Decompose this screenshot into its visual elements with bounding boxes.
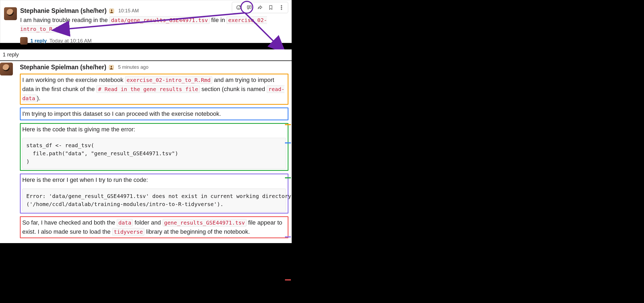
inline-code: tidyverse xyxy=(112,228,144,236)
annotation-box-purple: Here is the error I get when I try to ru… xyxy=(20,174,288,213)
annotation-box-red: So far, I have checked and both the data… xyxy=(20,216,288,238)
svg-point-15 xyxy=(111,66,112,67)
code-block: stats_df <- read_tsv( file.path("data", … xyxy=(22,138,286,169)
avatar[interactable] xyxy=(0,63,13,75)
side-tick xyxy=(285,177,291,178)
annotation-box-blue: I'm trying to import this dataset so I c… xyxy=(20,107,288,120)
annotation-box-orange: I am working on the exercise notebook ex… xyxy=(20,74,288,105)
annotation-box-green: Here is the code that is giving me the e… xyxy=(20,123,288,171)
side-tick xyxy=(285,142,291,143)
profile-badge-icon xyxy=(109,8,115,14)
thread-message: Stephanie Spielman (she/her) 5 minutes a… xyxy=(0,61,292,243)
message-text: I am having trouble reading in the data/… xyxy=(20,16,286,33)
svg-point-11 xyxy=(111,9,112,11)
last-reply-time: Today at 10:16 AM xyxy=(49,38,92,44)
side-tick xyxy=(285,279,291,280)
side-tick xyxy=(285,124,291,125)
message: Stephanie Spielman (she/her) 10:15 AM I … xyxy=(4,7,286,45)
inline-code: data xyxy=(117,219,133,226)
thread-panel: 1 reply Stephanie Spielman (she/her) 5 m… xyxy=(0,49,292,243)
author-name[interactable]: Stephanie Spielman (she/her) xyxy=(20,64,106,71)
inline-code: data/gene_results_GSE44971.tsv xyxy=(109,16,210,24)
timestamp[interactable]: 5 minutes ago xyxy=(118,64,148,70)
slack-message-panel: Stephanie Spielman (she/her) 10:15 AM I … xyxy=(0,0,292,43)
inline-code: gene_results_GSE44971.tsv xyxy=(163,219,247,226)
author-name[interactable]: Stephanie Spielman (she/her) xyxy=(20,7,107,15)
thread-header: 1 reply xyxy=(0,49,292,61)
thread-reply-summary[interactable]: 1 reply Today at 10:16 AM xyxy=(20,37,286,45)
profile-badge-icon xyxy=(108,64,114,70)
avatar[interactable] xyxy=(4,7,17,20)
reply-count-link[interactable]: 1 reply xyxy=(30,38,47,44)
timestamp[interactable]: 10:15 AM xyxy=(118,8,139,14)
svg-point-7 xyxy=(281,5,282,6)
mini-avatar xyxy=(20,37,28,45)
code-block: Error: 'data/gene_result_GSE44971.tsv' d… xyxy=(22,189,286,212)
inline-code: exercise_02-intro_to_R.Rmd xyxy=(125,76,212,84)
side-tick xyxy=(285,236,291,237)
inline-code: # Read in the gene results file xyxy=(96,85,200,93)
